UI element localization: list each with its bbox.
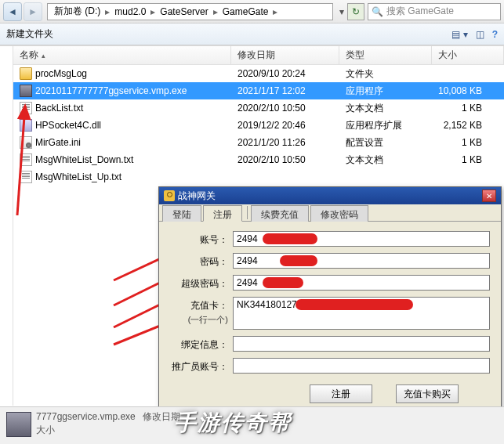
close-icon[interactable]: ✕ [482, 190, 496, 202]
sort-indicator-icon: ▴ [42, 52, 45, 60]
file-size: 10,008 KB [432, 85, 504, 96]
search-input[interactable]: 🔍 搜索 GameGate [368, 3, 501, 20]
address-toolbar: ◄ ► 新加卷 (D:)▸ mud2.0▸ GateServer▸ GameGa… [0, 0, 504, 23]
crumb-2[interactable]: GateServer [157, 6, 211, 17]
file-row[interactable]: HPSocket4C.dll2019/12/2 20:46应用程序扩展2,152… [13, 117, 504, 134]
file-type-icon [6, 412, 31, 437]
command-bar: 新建文件夹 ▤ ▾ ◫ ? [0, 23, 504, 45]
key-icon [164, 190, 175, 201]
register-form: 账号： 密码： 超级密码： 充值卡： (一行一个) 绑定信息： 推 [159, 222, 501, 413]
col-date-header[interactable]: 修改日期 [231, 46, 339, 64]
file-type: 应用程序 [339, 85, 432, 98]
exe-icon [20, 85, 32, 97]
account-label: 账号： [170, 231, 233, 247]
tab-login[interactable]: 登陆 [162, 205, 201, 222]
folder-icon [20, 67, 32, 80]
file-type: 文本文档 [339, 153, 432, 167]
new-folder-button[interactable]: 新建文件夹 [6, 27, 53, 41]
file-type: 文本文档 [339, 102, 432, 115]
file-row[interactable]: procMsgLog2020/9/10 20:24文件夹 [13, 65, 504, 82]
ini-icon [20, 136, 32, 149]
crumb-3[interactable]: GameGate [219, 6, 272, 17]
file-name: BackList.txt [35, 103, 83, 114]
txt-icon [20, 171, 32, 183]
file-row[interactable]: MsgWhiteList_Up.txt [13, 168, 504, 186]
file-date: 2020/9/10 20:24 [231, 68, 339, 79]
tab-recharge[interactable]: 续费充值 [251, 205, 309, 222]
file-date: 2019/12/2 20:46 [231, 120, 339, 131]
dialog-titlebar[interactable]: 战神网关 ✕ [159, 187, 501, 204]
register-button[interactable]: 注册 [310, 384, 372, 403]
status-date-label: 修改日期 [143, 411, 180, 422]
view-options-button[interactable]: ▤ ▾ [451, 29, 467, 40]
tab-changepw[interactable]: 修改密码 [310, 205, 368, 222]
search-icon: 🔍 [372, 6, 383, 17]
file-row[interactable]: 20210117777777ggservice.vmp.exe2021/1/17… [13, 82, 504, 99]
status-filename: 7777ggservice.vmp.exe [36, 411, 136, 422]
file-date: 2020/2/10 10:50 [231, 103, 339, 114]
col-name-header[interactable]: 名称▴ [13, 46, 231, 64]
refresh-button[interactable]: ↻ [347, 3, 364, 20]
status-size-label: 大小 [36, 424, 55, 435]
buy-card-button[interactable]: 充值卡购买 [396, 384, 459, 403]
file-row[interactable]: MsgWhiteList_Down.txt2020/2/10 10:50文本文档… [13, 151, 504, 168]
password-label: 密码： [170, 253, 233, 269]
col-type-header[interactable]: 类型 [339, 46, 432, 64]
file-date: 2020/2/10 10:50 [231, 154, 339, 165]
nav-back-button[interactable]: ◄ [3, 2, 22, 21]
file-date: 2021/1/20 11:26 [231, 137, 339, 148]
tree-gutter [0, 46, 13, 406]
status-bar: 7777ggservice.vmp.exe 修改日期 大小 [0, 406, 504, 444]
file-name: 20210117777777ggservice.vmp.exe [35, 85, 187, 96]
col-size-header[interactable]: 大小 [432, 46, 504, 64]
card-label: 充值卡： (一行一个) [170, 297, 233, 326]
dialog-tabs: 登陆 注册 续费充值 修改密码 [159, 204, 501, 222]
breadcrumb-dropdown[interactable]: ▾ [336, 6, 347, 17]
column-headers: 名称▴ 修改日期 类型 大小 [13, 46, 504, 65]
file-name: procMsgLog [35, 68, 87, 79]
promoter-label: 推广员账号： [170, 358, 233, 374]
file-name: MirGate.ini [35, 137, 81, 148]
crumb-drive[interactable]: 新加卷 (D:) [51, 5, 103, 18]
file-type: 配置设置 [339, 136, 432, 150]
file-size: 1 KB [432, 137, 504, 148]
crumb-1[interactable]: mud2.0 [111, 6, 149, 17]
help-button[interactable]: ? [492, 29, 498, 40]
superpw-label: 超级密码： [170, 275, 233, 291]
gateway-dialog: 战神网关 ✕ 登陆 注册 续费充值 修改密码 账号： 密码： 超级密码： 充值卡… [158, 186, 502, 442]
bindinfo-field[interactable] [233, 336, 490, 352]
breadcrumb[interactable]: 新加卷 (D:)▸ mud2.0▸ GateServer▸ GameGate▸ [47, 3, 333, 20]
file-row[interactable]: MirGate.ini2021/1/20 11:26配置设置1 KB [13, 134, 504, 151]
file-name: MsgWhiteList_Up.txt [35, 171, 121, 182]
dll-icon [20, 119, 32, 132]
bindinfo-label: 绑定信息： [170, 336, 233, 352]
file-size: 1 KB [432, 103, 504, 114]
file-row[interactable]: BackList.txt2020/2/10 10:50文本文档1 KB [13, 99, 504, 117]
file-size: 1 KB [432, 154, 504, 165]
file-name: MsgWhiteList_Down.txt [35, 154, 133, 165]
tab-register[interactable]: 注册 [203, 205, 242, 222]
txt-icon [20, 102, 32, 114]
file-name: HPSocket4C.dll [35, 120, 101, 131]
preview-pane-button[interactable]: ◫ [476, 29, 484, 40]
txt-icon [20, 153, 32, 166]
dialog-title: 战神网关 [178, 190, 216, 203]
password-field[interactable] [233, 253, 490, 269]
nav-forward-button[interactable]: ► [24, 2, 42, 21]
search-placeholder: 搜索 GameGate [386, 5, 454, 18]
promoter-field[interactable] [233, 358, 490, 374]
file-size: 2,152 KB [432, 120, 504, 131]
file-date: 2021/1/17 12:02 [231, 85, 339, 96]
file-type: 应用程序扩展 [339, 119, 432, 132]
file-type: 文件夹 [339, 67, 432, 81]
